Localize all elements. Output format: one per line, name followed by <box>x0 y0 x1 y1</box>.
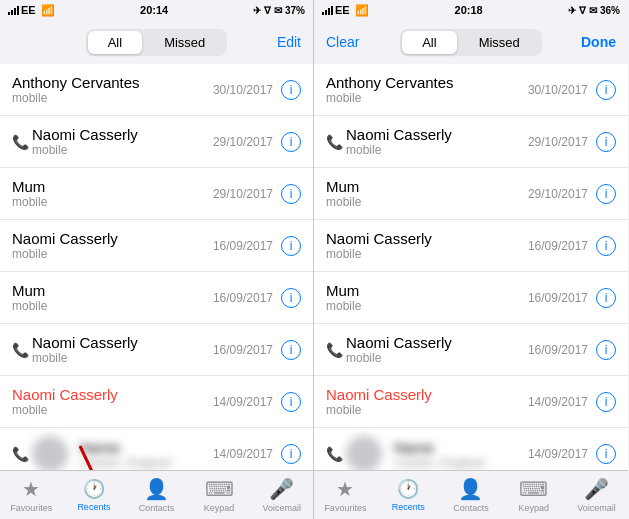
info-button[interactable]: i <box>281 392 301 412</box>
tab-label: Voicemail <box>577 503 616 513</box>
call-item-left: 📞 Naomi Casserly mobile <box>12 334 213 365</box>
all-tab-2[interactable]: All <box>402 31 456 54</box>
tab-label: Contacts <box>139 503 175 513</box>
call-item-blurred: 📞 Name London, England 14/09/2017 i <box>314 428 628 470</box>
call-date: 14/09/2017 <box>528 395 588 409</box>
missed-tab-2[interactable]: Missed <box>459 31 540 54</box>
tab-voicemail-1[interactable]: 🎤 Voicemail <box>250 473 313 517</box>
call-item: Mum mobile 29/10/2017 i <box>0 168 313 220</box>
battery-1: 37% <box>285 5 305 16</box>
call-item-left: 📞 Naomi Casserly mobile <box>326 126 528 157</box>
status-bar-2: EE 📶 20:18 ✈ ∇ ✉ 36% <box>314 0 628 20</box>
call-item-left: Mum mobile <box>326 282 528 313</box>
tab-label: Voicemail <box>262 503 301 513</box>
call-item: Mum mobile 16/09/2017 i <box>0 272 313 324</box>
info-button[interactable]: i <box>281 80 301 100</box>
info-button[interactable]: i <box>281 444 301 464</box>
tab-keypad-2[interactable]: ⌨ Keypad <box>502 473 565 517</box>
info-button[interactable]: i <box>596 132 616 152</box>
info-button[interactable]: i <box>281 236 301 256</box>
info-button[interactable]: i <box>281 132 301 152</box>
info-button[interactable]: i <box>281 340 301 360</box>
call-item-left: Naomi Casserly mobile <box>12 230 213 261</box>
segment-2: All Missed <box>400 29 542 56</box>
call-subtext: mobile <box>32 351 213 365</box>
tab-favourites-2[interactable]: ★ Favourites <box>314 473 377 517</box>
call-subtext: mobile <box>12 403 213 417</box>
call-info: Naomi Casserly mobile <box>346 126 528 157</box>
tab-label: Favourites <box>10 503 52 513</box>
call-subtext: mobile <box>12 195 213 209</box>
tab-favourites-1[interactable]: ★ Favourites <box>0 473 63 517</box>
keypad-icon: ⌨ <box>205 477 234 501</box>
tab-recents-1[interactable]: 🕐 Recents <box>63 474 126 516</box>
info-button[interactable]: i <box>596 236 616 256</box>
info-button[interactable]: i <box>596 184 616 204</box>
signal-bars-2 <box>322 5 333 15</box>
tab-label: Recents <box>77 502 110 512</box>
call-date: 29/10/2017 <box>213 135 273 149</box>
header-controls-2: Clear All Missed Done <box>314 20 628 64</box>
call-date: 16/09/2017 <box>213 291 273 305</box>
call-subtext: mobile <box>346 143 528 157</box>
time-2: 20:18 <box>455 4 483 16</box>
tab-contacts-2[interactable]: 👤 Contacts <box>440 473 503 517</box>
info-button[interactable]: i <box>596 444 616 464</box>
call-item-left: Naomi Casserly mobile <box>326 230 528 261</box>
info-button[interactable]: i <box>596 340 616 360</box>
call-item-left: 📞 Naomi Casserly mobile <box>12 126 213 157</box>
call-item-left: Anthony Cervantes mobile <box>12 74 213 105</box>
info-button[interactable]: i <box>281 184 301 204</box>
done-button[interactable]: Done <box>581 34 616 50</box>
all-tab-1[interactable]: All <box>88 31 142 54</box>
call-name: Naomi Casserly <box>32 126 213 143</box>
keypad-icon: ⌨ <box>519 477 548 501</box>
call-info: Mum mobile <box>12 282 213 313</box>
call-date: 29/10/2017 <box>213 187 273 201</box>
call-date: 30/10/2017 <box>213 83 273 97</box>
panel-1: EE 📶 20:14 ✈ ∇ ✉ 37% All Missed Edit <box>0 0 314 519</box>
call-info: Mum mobile <box>326 178 528 209</box>
tab-voicemail-2[interactable]: 🎤 Voicemail <box>565 473 628 517</box>
tab-keypad-1[interactable]: ⌨ Keypad <box>188 473 251 517</box>
call-item: Mum mobile 16/09/2017 i <box>314 272 628 324</box>
call-info: Name London, England <box>394 439 528 470</box>
contacts-icon: 👤 <box>144 477 169 501</box>
tab-contacts-1[interactable]: 👤 Contacts <box>125 473 188 517</box>
call-date: 14/09/2017 <box>213 395 273 409</box>
call-info: Naomi Casserly mobile <box>346 334 528 365</box>
missed-tab-1[interactable]: Missed <box>144 31 225 54</box>
tab-bar-2: ★ Favourites 🕐 Recents 👤 Contacts ⌨ Keyp… <box>314 470 628 519</box>
phone-icon: 📞 <box>12 342 28 358</box>
edit-button-1[interactable]: Edit <box>277 34 301 50</box>
call-subtext: mobile <box>346 351 528 365</box>
call-item: 📞 Naomi Casserly mobile 29/10/2017 i <box>314 116 628 168</box>
status-right-2: ✈ ∇ ✉ 36% <box>568 5 620 16</box>
phone-icon: 📞 <box>12 134 28 150</box>
call-date: 14/09/2017 <box>528 447 588 461</box>
voicemail-icon: 🎤 <box>584 477 609 501</box>
call-info: Naomi Casserly mobile <box>32 126 213 157</box>
call-subtext: mobile <box>12 91 213 105</box>
call-item: 📞 Naomi Casserly mobile 16/09/2017 i <box>314 324 628 376</box>
status-right-1: ✈ ∇ ✉ 37% <box>253 5 305 16</box>
call-name: Naomi Casserly <box>32 334 213 351</box>
call-info: Naomi Casserly mobile <box>12 230 213 261</box>
call-subtext: mobile <box>12 299 213 313</box>
call-item-left: Naomi Casserly mobile <box>12 386 213 417</box>
tab-label: Keypad <box>519 503 550 513</box>
clear-button[interactable]: Clear <box>326 34 359 50</box>
status-left-1: EE 📶 <box>8 4 55 17</box>
call-item: Anthony Cervantes mobile 30/10/2017 i <box>0 64 313 116</box>
info-button[interactable]: i <box>596 80 616 100</box>
tab-recents-2[interactable]: 🕐 Recents <box>377 474 440 516</box>
info-button[interactable]: i <box>596 288 616 308</box>
phone-icon: 📞 <box>12 446 28 462</box>
info-button[interactable]: i <box>281 288 301 308</box>
call-list-1: Anthony Cervantes mobile 30/10/2017 i 📞 … <box>0 64 313 470</box>
call-item: Anthony Cervantes mobile 30/10/2017 i <box>314 64 628 116</box>
call-info: Anthony Cervantes mobile <box>12 74 213 105</box>
info-button[interactable]: i <box>596 392 616 412</box>
tab-label: Favourites <box>324 503 366 513</box>
call-info: Anthony Cervantes mobile <box>326 74 528 105</box>
